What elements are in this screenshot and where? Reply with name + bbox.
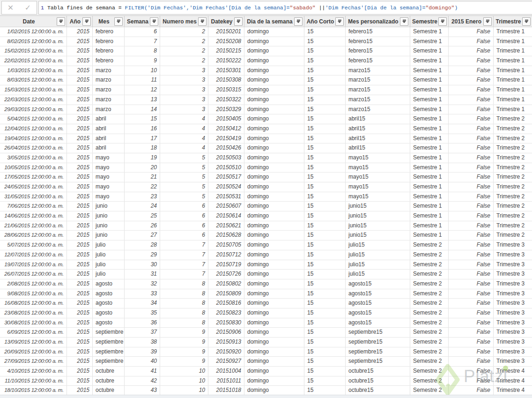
table-cell[interactable]: Trimestre 1 [494,37,532,46]
table-cell[interactable]: 36 [125,318,160,328]
table-cell[interactable]: Trimestre 1 [494,85,532,95]
table-cell[interactable]: 13/09/2015 12:00:00 a. m. [0,338,67,347]
table-cell[interactable]: 20150607 [208,202,244,211]
table-cell[interactable]: domingo [244,182,304,192]
table-cell[interactable]: 15 [304,221,346,231]
table-cell[interactable]: 20150301 [208,66,244,75]
table-cell[interactable]: 20/09/2015 12:00:00 a. m. [0,347,67,357]
filter-dropdown-icon[interactable] [82,17,91,26]
table-cell[interactable]: 18 [125,143,160,153]
table-cell[interactable]: Semestre 2 [410,367,449,376]
table-cell[interactable]: domingo [244,75,304,85]
table-cell[interactable]: Trimestre 3 [494,250,532,260]
table-cell[interactable]: 20150315 [208,85,244,95]
table-cell[interactable]: 4 [160,114,208,124]
table-cell[interactable]: 2 [160,27,208,37]
table-cell[interactable]: Trimestre 2 [494,202,532,211]
table-cell[interactable]: 10 [160,376,208,386]
table-cell[interactable]: 20150308 [208,75,244,85]
table-cell[interactable]: False [449,75,494,85]
table-cell[interactable]: 20151004 [208,367,244,376]
filter-dropdown-icon[interactable] [234,17,243,26]
table-cell[interactable]: junio15 [346,221,410,231]
table-cell[interactable]: 15 [304,231,346,240]
filter-dropdown-icon[interactable] [400,17,408,26]
table-cell[interactable]: domingo [244,376,304,386]
table-cell[interactable]: 11 [125,75,160,85]
table-cell[interactable]: 2015 [67,85,93,95]
table-cell[interactable]: 15 [304,182,346,192]
table-cell[interactable]: domingo [244,289,304,299]
table-cell[interactable]: False [449,46,494,56]
table-cell[interactable]: Semestre 2 [410,240,449,250]
table-cell[interactable]: 2015 [67,95,93,105]
table-cell[interactable]: Semestre 2 [410,250,449,260]
table-cell[interactable]: 15 [304,56,346,66]
table-cell[interactable]: 20150517 [208,173,244,182]
table-cell[interactable]: 23 [125,192,160,202]
table-cell[interactable]: Trimestre 1 [494,66,532,75]
table-cell[interactable]: Trimestre 2 [494,153,532,163]
table-cell[interactable]: 26 [125,221,160,231]
table-cell[interactable]: 20150412 [208,124,244,134]
table-cell[interactable]: 2015 [67,134,93,143]
table-cell[interactable]: 15 [304,338,346,347]
table-cell[interactable]: 15 [304,27,346,37]
table-cell[interactable]: domingo [244,124,304,134]
table-cell[interactable]: julio [93,240,125,250]
table-cell[interactable]: febrero15 [346,56,410,66]
table-cell[interactable]: octubre15 [346,386,410,395]
table-cell[interactable]: domingo [244,143,304,153]
table-cell[interactable]: False [449,250,494,260]
table-cell[interactable]: 38 [125,338,160,347]
table-cell[interactable]: agosto [93,318,125,328]
table-cell[interactable]: 10/05/2015 12:00:00 a. m. [0,163,67,173]
table-cell[interactable]: 22/03/2015 12:00:00 a. m. [0,95,67,105]
table-cell[interactable]: mayo15 [346,163,410,173]
table-cell[interactable]: 11/10/2015 12:00:00 a. m. [0,376,67,386]
table-cell[interactable]: mayo15 [346,153,410,163]
table-cell[interactable]: abril15 [346,124,410,134]
table-cell[interactable]: febrero15 [346,37,410,46]
table-cell[interactable]: Trimestre 1 [494,46,532,56]
table-cell[interactable]: 20 [125,163,160,173]
table-cell[interactable]: 20150419 [208,134,244,143]
table-cell[interactable]: 2 [160,56,208,66]
table-cell[interactable]: 20150906 [208,328,244,337]
table-cell[interactable]: agosto15 [346,279,410,289]
table-cell[interactable]: False [449,299,494,308]
table-cell[interactable]: 2 [160,46,208,56]
table-cell[interactable]: Semestre 1 [410,95,449,105]
table-cell[interactable]: domingo [244,211,304,221]
table-cell[interactable]: False [449,37,494,46]
table-cell[interactable]: 8 [160,279,208,289]
table-cell[interactable]: False [449,163,494,173]
table-cell[interactable]: domingo [244,231,304,240]
table-cell[interactable]: False [449,221,494,231]
table-cell[interactable]: 2015 [67,250,93,260]
table-cell[interactable]: Semestre 2 [410,386,449,395]
table-cell[interactable]: 2015 [67,124,93,134]
table-cell[interactable]: 15 [304,289,346,299]
table-cell[interactable]: Semestre 1 [410,105,449,114]
table-cell[interactable]: False [449,173,494,182]
table-cell[interactable]: marzo15 [346,85,410,95]
table-cell[interactable]: 15 [304,347,346,357]
table-cell[interactable]: agosto15 [346,289,410,299]
table-cell[interactable]: julio15 [346,260,410,270]
table-cell[interactable]: domingo [244,328,304,337]
table-cell[interactable]: 2015 [67,211,93,221]
table-cell[interactable]: junio [93,231,125,240]
table-cell[interactable]: octubre15 [346,376,410,386]
filter-dropdown-icon[interactable] [57,17,65,26]
table-cell[interactable]: Semestre 1 [410,56,449,66]
table-cell[interactable]: Trimestre 3 [494,240,532,250]
table-cell[interactable]: agosto [93,308,125,318]
table-cell[interactable]: 5 [160,173,208,182]
table-cell[interactable]: septiembre15 [346,347,410,357]
table-cell[interactable]: marzo [93,105,125,114]
table-cell[interactable]: Trimestre 4 [494,386,532,395]
table-cell[interactable]: 34 [125,299,160,308]
table-cell[interactable]: agosto [93,279,125,289]
filter-dropdown-icon[interactable] [522,17,531,26]
